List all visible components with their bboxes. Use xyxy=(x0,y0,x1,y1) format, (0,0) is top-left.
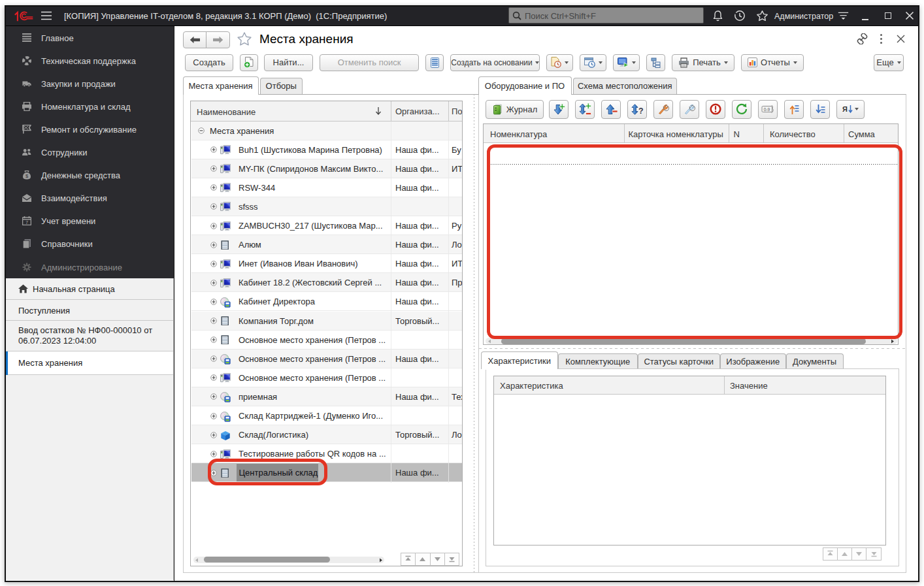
svg-text:0-9: 0-9 xyxy=(764,107,770,112)
svg-text:Я: Я xyxy=(842,105,848,113)
svg-text:?: ? xyxy=(638,106,644,115)
